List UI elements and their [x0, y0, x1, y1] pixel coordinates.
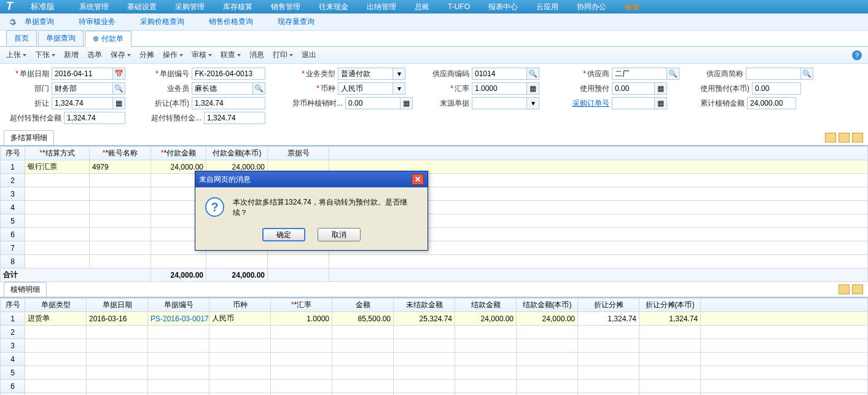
table-row[interactable]: 8: [1, 255, 868, 268]
tb-allocate[interactable]: 分摊: [139, 50, 154, 60]
inp-po[interactable]: [612, 97, 655, 109]
grid1-tab[interactable]: 多结算明细: [4, 130, 54, 145]
g2-amount[interactable]: 85,500.00: [332, 312, 394, 326]
subnav-pending[interactable]: 待审核业务: [79, 17, 115, 27]
calc-icon[interactable]: ▦: [655, 97, 667, 109]
subnav-stock[interactable]: 现存量查询: [278, 17, 315, 27]
table-row[interactable]: 7: [1, 241, 868, 255]
subnav-sales-price[interactable]: 销售价格查询: [209, 17, 253, 27]
calc-icon[interactable]: ▦: [655, 82, 667, 95]
close-icon[interactable]: ⊗: [93, 34, 99, 43]
calc-icon[interactable]: ▦: [401, 97, 413, 109]
g2-type[interactable]: 进货单: [25, 312, 87, 326]
table-row[interactable]: 2: [1, 326, 868, 339]
table-row[interactable]: 6: [1, 380, 868, 393]
inp-discount[interactable]: [52, 97, 113, 109]
nav-collab[interactable]: 协同办公: [577, 2, 606, 12]
inp-overpay[interactable]: [64, 112, 125, 124]
g2-discount[interactable]: 1,324.74: [578, 312, 639, 326]
calc-icon[interactable]: ▦: [527, 82, 539, 95]
tb-new[interactable]: 新增: [64, 50, 79, 60]
g1-account[interactable]: 4979: [90, 160, 151, 174]
inp-writeoff[interactable]: [747, 97, 796, 109]
g2-discount-local[interactable]: 1,324.74: [639, 312, 701, 326]
calc-icon[interactable]: ▦: [113, 97, 125, 109]
table-row[interactable]: 4: [1, 201, 868, 214]
g2-rate[interactable]: 1.0000: [271, 312, 332, 326]
subnav-doc-query[interactable]: 单据查询: [25, 17, 54, 27]
tab-payment[interactable]: ⊗付款单: [85, 31, 131, 47]
nav-tufo[interactable]: T-UFO: [448, 2, 470, 11]
close-icon[interactable]: ✕: [412, 174, 424, 185]
nav-report[interactable]: 报表中心: [488, 2, 518, 12]
tb-audit[interactable]: 审核: [192, 50, 212, 60]
nav-cashier[interactable]: 出纳管理: [367, 2, 396, 12]
tool-copy-icon[interactable]: [839, 284, 850, 294]
cancel-button[interactable]: 取消: [318, 228, 361, 241]
chevron-down-icon[interactable]: ▾: [393, 68, 405, 80]
table-row[interactable]: 3: [1, 187, 868, 201]
nav-sales[interactable]: 销售管理: [271, 2, 300, 12]
inp-prepay[interactable]: [612, 82, 655, 95]
g2-paid[interactable]: 24,000.00: [455, 312, 517, 326]
search-icon[interactable]: 🔍: [667, 68, 679, 80]
g2-date[interactable]: 2016-03-16: [87, 312, 148, 326]
nav-ledger[interactable]: 总账: [415, 2, 429, 12]
tb-action[interactable]: 操作: [163, 50, 183, 60]
inp-source[interactable]: [472, 97, 527, 109]
g2-currency[interactable]: 人民币: [209, 312, 271, 326]
inp-code[interactable]: [192, 68, 265, 80]
tb-save[interactable]: 保存: [111, 50, 131, 60]
nav-cloud[interactable]: 云应用: [536, 2, 558, 12]
tb-message[interactable]: 消息: [249, 50, 264, 60]
table-row[interactable]: 3: [1, 339, 868, 353]
tb-select[interactable]: 选单: [87, 50, 102, 60]
tool-paste-icon[interactable]: [852, 284, 863, 294]
chevron-down-icon[interactable]: ▾: [527, 97, 539, 109]
table-row[interactable]: 4: [1, 353, 868, 366]
table-row[interactable]: 5: [1, 214, 868, 228]
g1-method[interactable]: 银行汇票: [25, 160, 90, 174]
inp-vendor[interactable]: [612, 68, 667, 80]
inp-date[interactable]: [52, 68, 113, 80]
inp-overpay-local[interactable]: [204, 112, 265, 124]
g2-unpaid[interactable]: 25,324.74: [394, 312, 455, 326]
inp-biztype[interactable]: [338, 68, 393, 80]
inp-currency[interactable]: [338, 82, 393, 95]
tab-home[interactable]: 首页: [6, 30, 37, 46]
inp-dept[interactable]: [52, 82, 113, 95]
inp-vendorcode[interactable]: [472, 68, 527, 80]
table-row[interactable]: 5: [1, 366, 868, 380]
inp-vendorshort[interactable]: [746, 68, 801, 80]
table-row[interactable]: 1 进货单 2016-03-16 PS-2016-03-0017 人民币 1.0…: [1, 312, 868, 326]
nav-system[interactable]: 系统管理: [79, 2, 109, 12]
inp-discount-local[interactable]: [192, 97, 265, 109]
tb-print[interactable]: 打印: [273, 50, 293, 60]
tb-exit[interactable]: 退出: [302, 50, 316, 60]
table-row[interactable]: 7: [1, 393, 868, 396]
inp-rate[interactable]: [472, 82, 527, 95]
tb-linked[interactable]: 联查: [221, 50, 241, 60]
search-icon[interactable]: 🔍: [801, 68, 813, 80]
g2-paid-local[interactable]: 24,000.00: [517, 312, 578, 326]
table-row[interactable]: 2: [1, 174, 868, 187]
table-row[interactable]: 1 银行汇票 4979 24,000.00 24,000.00: [1, 160, 868, 174]
inp-staff[interactable]: [192, 82, 253, 95]
tool-clear-icon[interactable]: [852, 133, 863, 143]
tab-doc-query[interactable]: 单据查询: [38, 30, 84, 46]
tool-copy-icon[interactable]: [825, 133, 836, 143]
nav-inventory[interactable]: 库存核算: [223, 2, 252, 12]
ok-button[interactable]: 确定: [262, 228, 305, 241]
inp-fx[interactable]: [345, 97, 401, 109]
tb-prev[interactable]: 上张: [6, 50, 26, 60]
search-icon[interactable]: 🔍: [113, 82, 125, 95]
search-icon[interactable]: 🔍: [527, 68, 539, 80]
nav-purchase[interactable]: 采购管理: [175, 2, 205, 12]
table-row[interactable]: 6: [1, 228, 868, 241]
nav-cash[interactable]: 往来现金: [319, 2, 348, 12]
calendar-icon[interactable]: 📅: [113, 68, 125, 80]
nav-basic[interactable]: 基础设置: [127, 2, 157, 12]
subnav-purchase-price[interactable]: 采购价格查询: [140, 17, 184, 27]
lbl-po-link[interactable]: 采购订单号: [566, 98, 609, 109]
tool-paste-icon[interactable]: [839, 133, 850, 143]
